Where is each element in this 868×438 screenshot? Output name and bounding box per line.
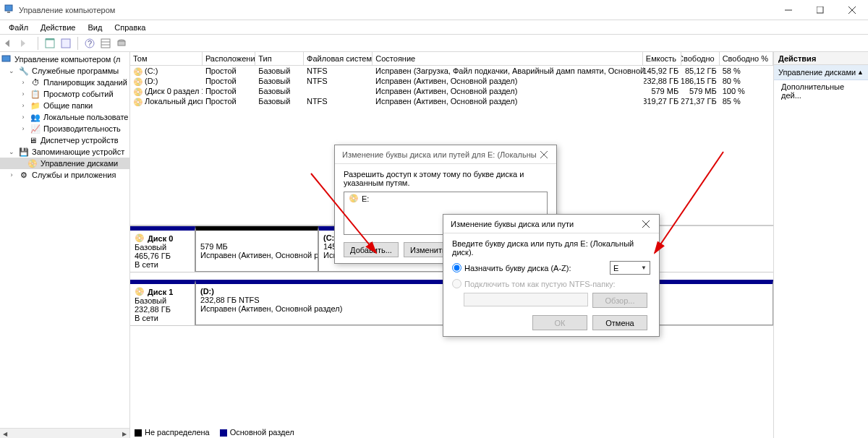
vol-svo: 579 МБ bbox=[681, 86, 720, 96]
maximize-button[interactable] bbox=[804, 0, 836, 20]
disk0-type: Базовый bbox=[135, 243, 190, 252]
expand-icon[interactable]: › bbox=[19, 101, 27, 110]
actions-pane: Действия Управление дисками ▲ Дополнител… bbox=[774, 52, 868, 438]
disk1-header[interactable]: 📀Диск 1 Базовый 232,88 ГБ В сети bbox=[130, 280, 195, 325]
disk-icon: 📀 bbox=[135, 287, 145, 296]
tool-help-icon[interactable]: ? bbox=[82, 36, 97, 51]
drive-icon: 📀 bbox=[133, 87, 142, 95]
table-row[interactable]: 📀(D:)ПростойБазовыйNTFSИсправен (Активен… bbox=[130, 76, 773, 86]
table-row[interactable]: 📀Локальный диск (E:)ПростойБазовыйNTFSИс… bbox=[130, 96, 773, 106]
ok-button: ОК bbox=[532, 315, 587, 330]
tree-root[interactable]: Управление компьютером (л bbox=[0, 53, 129, 65]
tree-shared[interactable]: ›📁Общие папки bbox=[0, 100, 129, 111]
col-fs[interactable]: Файловая система bbox=[304, 52, 373, 65]
col-tom[interactable]: Том bbox=[130, 52, 203, 65]
table-row[interactable]: 📀(C:)ПростойБазовыйNTFSИсправен (Загрузк… bbox=[130, 66, 773, 76]
radio-assign[interactable] bbox=[452, 263, 461, 272]
vol-fs: NTFS bbox=[304, 76, 373, 86]
tool-grid-icon[interactable] bbox=[98, 36, 113, 51]
opt-assign-letter[interactable]: Назначить букву диска (A-Z): bbox=[452, 263, 571, 272]
tree-diskmgmt[interactable]: 📀Управление дисками bbox=[0, 158, 129, 169]
expand-icon[interactable]: › bbox=[19, 90, 27, 98]
letter-value: E bbox=[613, 264, 618, 272]
tool-properties-icon[interactable] bbox=[59, 36, 73, 51]
app-icon bbox=[4, 4, 14, 16]
disk1-name: Диск 1 bbox=[148, 288, 173, 296]
vol-fs: NTFS bbox=[304, 96, 373, 106]
vol-tom: Локальный диск (E:) bbox=[145, 97, 203, 106]
actions-context[interactable]: Управление дисками ▲ bbox=[774, 65, 868, 80]
menu-help[interactable]: Справка bbox=[109, 22, 151, 33]
actions-more[interactable]: Дополнительные дей... bbox=[774, 80, 868, 102]
expand-icon[interactable]: ⌄ bbox=[7, 147, 16, 156]
tree-devmgr[interactable]: 🖥Диспетчер устройств bbox=[0, 134, 129, 146]
nav-fwd-button[interactable] bbox=[19, 36, 33, 51]
chevron-down-icon: ▼ bbox=[641, 265, 647, 271]
menu-view[interactable]: Вид bbox=[82, 22, 108, 33]
dialog-change-letter-edit: Изменение буквы диска или пути Введите б… bbox=[443, 214, 660, 337]
tree-systemtools[interactable]: ⌄🔧Служебные программы bbox=[0, 65, 129, 77]
list-item[interactable]: 📀E: bbox=[344, 192, 547, 205]
vol-tip: Базовый bbox=[255, 66, 304, 76]
legend-unalloc: Не распределена bbox=[145, 428, 210, 437]
disk0-header[interactable]: 📀Диск 0 Базовый 465,76 ГБ В сети bbox=[130, 226, 195, 272]
vol-emk: 145,92 ГБ bbox=[644, 66, 682, 76]
expand-icon[interactable]: › bbox=[19, 78, 27, 87]
list-item-label: E: bbox=[362, 194, 369, 203]
storage-icon: 💾 bbox=[19, 147, 29, 157]
add-button[interactable]: Добавить... bbox=[344, 242, 399, 257]
expand-icon[interactable]: ⌄ bbox=[7, 66, 16, 75]
svg-rect-3 bbox=[817, 7, 823, 13]
tree-hscroll[interactable]: ◀▶ bbox=[0, 428, 129, 438]
col-ras[interactable]: Расположение bbox=[203, 52, 255, 65]
chevron-up-icon: ▲ bbox=[857, 69, 864, 76]
menu-file[interactable]: Файл bbox=[3, 22, 34, 33]
disk0-name: Диск 0 bbox=[148, 234, 173, 243]
vol-ras: Простой bbox=[203, 96, 255, 106]
radio-mount bbox=[452, 279, 461, 288]
cancel-button[interactable]: Отмена bbox=[592, 315, 647, 330]
vol-tom: (C:) bbox=[145, 66, 158, 75]
nav-back-button[interactable] bbox=[3, 36, 17, 51]
tree-services[interactable]: ›⚙Службы и приложения bbox=[0, 169, 129, 181]
window-title: Управление компьютером bbox=[19, 6, 115, 14]
col-sost[interactable]: Состояние bbox=[373, 52, 643, 65]
expand-icon[interactable]: › bbox=[7, 171, 16, 179]
vol-svop: 58 % bbox=[720, 66, 773, 76]
menu-action[interactable]: Действие bbox=[35, 22, 81, 33]
col-emk[interactable]: Емкость bbox=[643, 52, 681, 65]
drive-icon: 📀 bbox=[133, 98, 142, 105]
tree-perf[interactable]: ›📈Производительность bbox=[0, 123, 129, 134]
col-svop[interactable]: Свободно % bbox=[720, 52, 773, 65]
tool-disk-icon[interactable] bbox=[114, 36, 129, 51]
vol-tip: Базовый bbox=[255, 96, 304, 106]
disk0-partition-1[interactable]: 579 МБ Исправен (Активен, Основной раз. bbox=[195, 226, 318, 272]
letter-combo[interactable]: E▼ bbox=[610, 261, 650, 275]
svg-rect-10 bbox=[101, 39, 110, 48]
dialog1-close-button[interactable] bbox=[537, 147, 552, 162]
dialog1-title: Изменение буквы диска или путей для E: (… bbox=[342, 150, 537, 159]
dialog2-close-button[interactable] bbox=[637, 217, 655, 231]
tree-eventviewer[interactable]: ›📋Просмотр событий bbox=[0, 88, 129, 100]
table-row[interactable]: 📀(Диск 0 раздел 1)ПростойБазовыйИсправен… bbox=[130, 86, 773, 96]
col-tip[interactable]: Тип bbox=[255, 52, 304, 65]
vol-ras: Простой bbox=[203, 76, 255, 86]
vol-emk: 232,88 ГБ bbox=[644, 76, 682, 86]
opt-mount-ntfs[interactable]: Подключить том как пустую NTFS-папку: bbox=[452, 279, 650, 288]
expand-icon[interactable]: › bbox=[19, 124, 27, 133]
expand-icon[interactable]: › bbox=[19, 113, 27, 121]
vol-emk: 319,27 ГБ bbox=[644, 96, 682, 106]
scroll-right-icon[interactable]: ▶ bbox=[119, 429, 129, 438]
tree-users[interactable]: ›👥Локальные пользовате bbox=[0, 111, 129, 123]
col-svo[interactable]: Свободно bbox=[681, 52, 720, 65]
tree-item-label: Локальные пользовате bbox=[43, 113, 128, 121]
vol-tip: Базовый bbox=[255, 86, 304, 96]
minimize-button[interactable] bbox=[773, 0, 804, 20]
tree-scheduler[interactable]: ›⏱Планировщик заданий bbox=[0, 77, 129, 88]
close-button[interactable] bbox=[836, 0, 868, 20]
svg-rect-0 bbox=[5, 5, 12, 11]
tree-storage[interactable]: ⌄💾Запоминающие устройст bbox=[0, 146, 129, 158]
scroll-left-icon[interactable]: ◀ bbox=[0, 429, 10, 439]
tool-view-icon[interactable] bbox=[43, 36, 57, 51]
actions-context-label: Управление дисками bbox=[778, 68, 856, 77]
